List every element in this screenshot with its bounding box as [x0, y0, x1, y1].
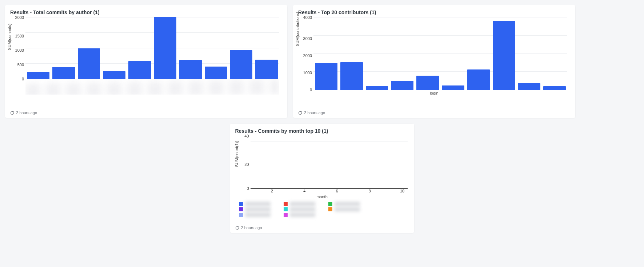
bar[interactable] [416, 76, 439, 90]
bar[interactable] [230, 50, 252, 79]
panel-footer: 2 hours ago [235, 226, 409, 230]
panel-commits-by-author[interactable]: Results - Total commits by author (1) SU… [5, 5, 287, 118]
bar[interactable] [493, 21, 515, 90]
chart-area: SUM(contributions) 01000200030004000 log… [298, 17, 570, 109]
y-tick: 1000 [299, 71, 312, 75]
legend-item[interactable] [239, 213, 271, 217]
y-tick: 0 [11, 77, 24, 81]
y-tick: 40 [236, 134, 249, 138]
grouped-bars-row: 02040 [251, 136, 408, 189]
x-tick: 10 [397, 189, 408, 194]
x-ticks: 246810 [251, 189, 408, 194]
x-axis-label: month [235, 195, 409, 199]
legend-label-redacted [290, 213, 315, 217]
bar[interactable] [179, 60, 202, 79]
dashboard: Results - Total commits by author (1) SU… [0, 0, 644, 238]
bar[interactable] [366, 86, 388, 90]
y-ticks: 0500100015002000 [11, 17, 24, 79]
bar[interactable] [103, 71, 125, 79]
y-tick: 0 [236, 187, 249, 191]
y-ticks: 01000200030004000 [299, 17, 312, 90]
bar[interactable] [543, 86, 566, 90]
bar[interactable] [340, 62, 363, 90]
legend-swatch [284, 213, 288, 217]
bar[interactable] [154, 17, 176, 79]
legend-label-redacted [245, 213, 271, 217]
legend-swatch [328, 202, 332, 206]
legend-label-redacted [335, 202, 360, 206]
y-tick: 3000 [299, 37, 312, 41]
x-tick [348, 189, 359, 194]
legend-item[interactable] [284, 202, 315, 206]
x-tick [251, 189, 261, 194]
bars-row: 0500100015002000 [25, 17, 279, 79]
x-tick [316, 189, 326, 194]
bar[interactable] [128, 61, 151, 79]
y-tick: 20 [236, 162, 249, 166]
refresh-icon [298, 111, 302, 115]
legend-item[interactable] [239, 207, 271, 211]
panel-footer: 2 hours ago [298, 111, 570, 115]
x-labels-redacted [25, 79, 279, 95]
y-tick: 1000 [11, 48, 24, 52]
y-tick: 0 [299, 88, 312, 92]
legend-item[interactable] [328, 207, 360, 211]
y-tick: 1500 [11, 34, 24, 38]
x-tick [381, 189, 391, 194]
panel-title: Results - Commits by month top 10 (1) [235, 128, 409, 134]
bar[interactable] [78, 48, 100, 79]
legend-item[interactable] [284, 213, 315, 217]
footer-time: 2 hours ago [241, 226, 262, 230]
x-tick: 8 [364, 189, 375, 194]
x-tick: 4 [299, 189, 310, 194]
legend-item[interactable] [239, 202, 271, 206]
legend-swatch [284, 207, 288, 211]
chart-area: SUM(commits) 0500100015002000 [10, 17, 282, 109]
x-axis-label: login [298, 91, 570, 95]
panel-footer: 2 hours ago [10, 111, 282, 115]
y-ticks: 02040 [236, 136, 249, 188]
legend-swatch [239, 213, 243, 217]
footer-time: 2 hours ago [16, 111, 37, 115]
y-tick: 2000 [11, 16, 24, 20]
legend-label-redacted [245, 207, 271, 211]
bar[interactable] [467, 69, 490, 90]
bar[interactable] [315, 63, 337, 90]
legend-label-redacted [335, 207, 360, 211]
bar[interactable] [518, 83, 540, 90]
refresh-icon [235, 226, 239, 230]
bar[interactable] [391, 81, 413, 90]
bar[interactable] [27, 72, 49, 79]
legend-swatch [328, 207, 332, 211]
panel-title: Results - Top 20 contributors (1) [298, 9, 570, 15]
bar[interactable] [52, 67, 75, 79]
bar[interactable] [205, 67, 227, 79]
panel-top-20-contributors[interactable]: Results - Top 20 contributors (1) SUM(co… [293, 5, 575, 118]
legend-item[interactable] [284, 207, 315, 211]
legend-swatch [239, 202, 243, 206]
legend-label-redacted [245, 202, 271, 206]
panel-commits-by-month-top10[interactable]: Results - Commits by month top 10 (1) SU… [230, 124, 414, 233]
chart-area: SUM(count(1)) 02040 246810 month [235, 136, 409, 224]
x-tick: 2 [267, 189, 277, 194]
bar[interactable] [442, 85, 464, 90]
y-tick: 500 [11, 63, 24, 67]
refresh-icon [10, 111, 14, 115]
legend-label-redacted [290, 202, 315, 206]
legend-item[interactable] [328, 202, 360, 206]
x-tick: 6 [332, 189, 342, 194]
legend [239, 202, 409, 217]
legend-swatch [239, 207, 243, 211]
x-tick [283, 189, 293, 194]
y-tick: 4000 [299, 16, 312, 20]
bars-row: 01000200030004000 [313, 17, 567, 90]
footer-time: 2 hours ago [304, 111, 325, 115]
legend-swatch [284, 202, 288, 206]
panel-title: Results - Total commits by author (1) [10, 9, 282, 15]
legend-label-redacted [290, 207, 315, 211]
y-tick: 2000 [299, 54, 312, 58]
bar[interactable] [255, 60, 278, 79]
